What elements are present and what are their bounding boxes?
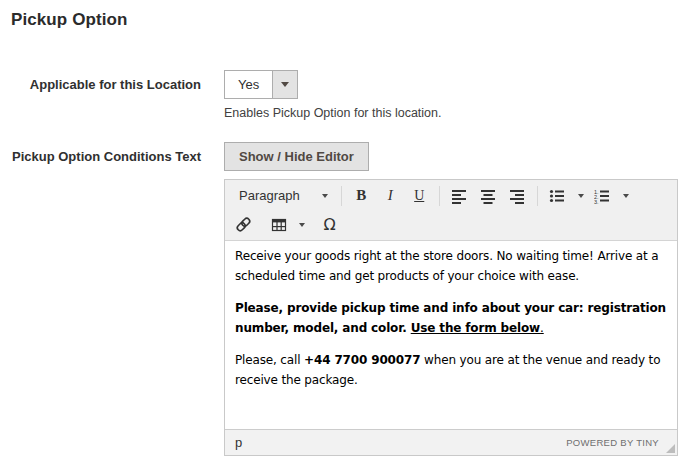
svg-text:3.: 3. (594, 198, 599, 204)
chevron-down-icon (322, 194, 328, 198)
toggle-editor-button[interactable]: Show / Hide Editor (224, 142, 369, 171)
toolbar-separator (439, 186, 440, 206)
settings-page: Pickup Option Applicable for this Locati… (0, 0, 684, 456)
chevron-down-icon (623, 194, 629, 198)
toolbar-separator (341, 186, 342, 206)
bold-button[interactable]: B (347, 183, 376, 208)
conditions-control: Show / Hide Editor Paragraph B I U (224, 142, 678, 456)
wysiwyg-editor: Paragraph B I U (224, 179, 678, 456)
chevron-down-icon (281, 82, 289, 87)
numbered-list-caret-button[interactable] (619, 183, 633, 208)
form-row-conditions: Pickup Option Conditions Text Show / Hid… (11, 142, 668, 456)
page-title: Pickup Option (11, 10, 668, 30)
bullet-list-icon (549, 188, 565, 204)
align-left-icon (451, 188, 467, 204)
toolbar-row-2: Ω (229, 210, 673, 239)
special-char-button[interactable]: Ω (315, 212, 344, 237)
element-path-button[interactable]: p (235, 435, 242, 450)
format-select[interactable]: Paragraph (229, 183, 336, 208)
link-button[interactable] (229, 212, 258, 237)
link-icon (235, 216, 252, 233)
table-button[interactable] (264, 212, 293, 237)
table-icon (271, 218, 287, 232)
align-right-button[interactable] (503, 183, 532, 208)
content-paragraph: Receive your goods right at the store do… (235, 246, 667, 286)
applicable-control: Yes Enables Pickup Option for this locat… (224, 70, 441, 120)
select-caret-button[interactable] (272, 71, 297, 98)
format-select-value: Paragraph (239, 188, 300, 203)
applicable-select[interactable]: Yes (224, 70, 298, 99)
applicable-note: Enables Pickup Option for this location. (224, 106, 441, 120)
align-right-icon (509, 188, 525, 204)
editor-toolbar: Paragraph B I U (225, 180, 677, 241)
numbered-list-button[interactable]: 1. 2. 3. (588, 183, 617, 208)
bullet-list-button[interactable] (543, 183, 572, 208)
chevron-down-icon (578, 194, 584, 198)
table-caret-button[interactable] (295, 212, 309, 237)
tiny-branding-link[interactable]: POWERED BY TINY (566, 437, 659, 448)
form-row-applicable: Applicable for this Location Yes Enables… (11, 70, 668, 120)
applicable-label: Applicable for this Location (11, 70, 201, 99)
italic-button[interactable]: I (376, 183, 405, 208)
editor-statusbar: p POWERED BY TINY (225, 429, 677, 455)
numbered-list-icon: 1. 2. 3. (594, 188, 610, 204)
applicable-select-value: Yes (225, 71, 272, 98)
content-paragraph: Please, provide pickup time and info abo… (235, 298, 667, 338)
resize-handle-icon[interactable] (666, 444, 675, 453)
editor-content[interactable]: Receive your goods right at the store do… (225, 241, 677, 429)
toolbar-row-1: Paragraph B I U (229, 181, 673, 210)
conditions-label: Pickup Option Conditions Text (11, 142, 201, 171)
align-left-button[interactable] (445, 183, 474, 208)
align-center-button[interactable] (474, 183, 503, 208)
bullet-list-caret-button[interactable] (574, 183, 588, 208)
content-paragraph: Please, call +44 7700 900077 when you ar… (235, 350, 667, 390)
align-center-icon (480, 188, 496, 204)
chevron-down-icon (299, 223, 305, 227)
toolbar-separator (537, 186, 538, 206)
underline-button[interactable]: U (405, 183, 434, 208)
